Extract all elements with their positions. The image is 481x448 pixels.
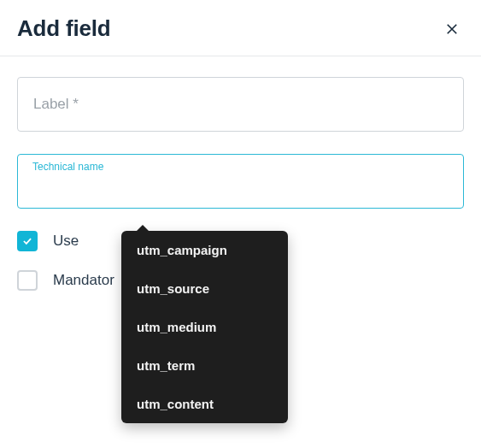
use-checkbox-label: Use bbox=[53, 233, 79, 250]
technical-name-dropdown: utm_campaign utm_source utm_medium utm_t… bbox=[121, 231, 288, 423]
close-icon bbox=[444, 21, 460, 37]
technical-name-field: Technical name bbox=[17, 154, 464, 209]
dropdown-item[interactable]: utm_term bbox=[121, 346, 288, 385]
dialog-title: Add field bbox=[17, 15, 110, 42]
dialog-header: Add field bbox=[0, 0, 481, 56]
technical-name-input[interactable] bbox=[17, 154, 464, 209]
dropdown-item[interactable]: utm_content bbox=[121, 385, 288, 423]
close-button[interactable] bbox=[440, 17, 464, 41]
label-field bbox=[17, 77, 464, 132]
mandatory-checkbox[interactable] bbox=[17, 270, 38, 291]
check-icon bbox=[21, 235, 33, 247]
mandatory-checkbox-label: Mandator bbox=[53, 272, 114, 289]
dropdown-item[interactable]: utm_medium bbox=[121, 308, 288, 346]
label-input[interactable] bbox=[17, 77, 464, 132]
use-checkbox[interactable] bbox=[17, 231, 38, 251]
dropdown-item[interactable]: utm_source bbox=[121, 269, 288, 308]
dropdown-item[interactable]: utm_campaign bbox=[121, 231, 288, 269]
